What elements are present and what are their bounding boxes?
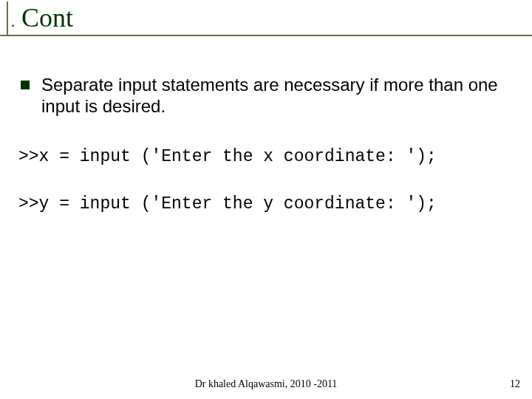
bullet-text: Separate input statements are necessary … [41,74,513,117]
slide-title: . Cont [11,2,73,33]
title-accent-horizontal [0,35,532,36]
title-accent-vertical [7,1,8,35]
title-zone: . Cont [0,0,532,48]
footer-center: Dr khaled Alqawasmi, 2010 -2011 [195,378,338,390]
bullet-square-icon [21,81,30,89]
page-number: 12 [510,378,520,390]
code-line-2: >>y = input ('Enter the y coordinate: ')… [18,194,513,214]
code-line-1: >>x = input ('Enter the x coordinate: ')… [18,147,513,166]
bullet-row: Separate input statements are necessary … [21,74,513,117]
slide: . Cont Separate input statements are nec… [0,0,532,399]
title-text: Cont [15,3,73,33]
slide-body: Separate input statements are necessary … [21,74,513,242]
